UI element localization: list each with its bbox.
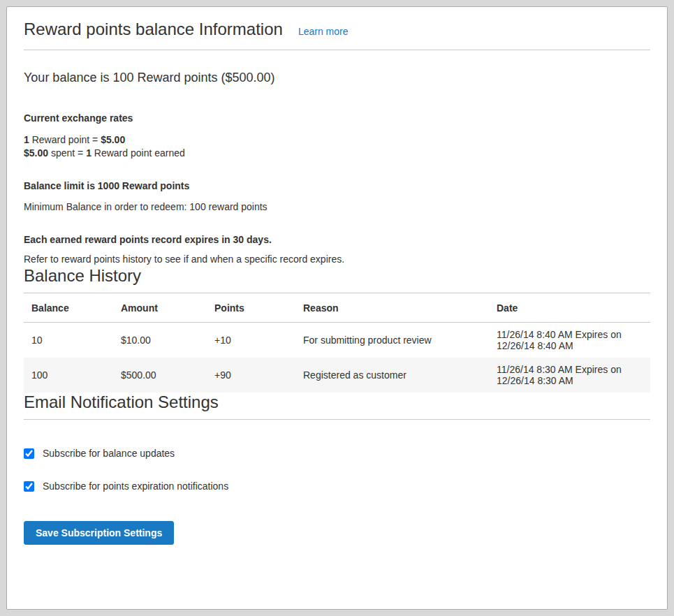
column-header-points: Points xyxy=(207,293,295,323)
exchange-rate-line-2: $5.00 spent = 1 Reward point earned xyxy=(24,147,650,160)
page-header: Reward points balance Information Learn … xyxy=(24,20,650,50)
page-title: Reward points balance Information xyxy=(24,20,283,39)
cell-reason: For submitting product review xyxy=(295,323,489,358)
table-header: Balance Amount Points Reason Date xyxy=(24,293,650,323)
learn-more-link[interactable]: Learn more xyxy=(298,26,349,37)
cell-points: +90 xyxy=(207,358,295,393)
balance-updates-label[interactable]: Subscribe for balance updates xyxy=(43,448,175,459)
exchange-rate-text: Reward point = xyxy=(29,134,101,145)
exchange-rate-money-value: $5.00 xyxy=(101,134,125,145)
cell-reason: Registered as customer xyxy=(295,358,489,393)
email-settings-title: Email Notification Settings xyxy=(24,393,650,420)
earn-point-value: 1 xyxy=(86,147,91,159)
cell-balance: 100 xyxy=(24,358,113,393)
minimum-balance-text: Minimum Balance in order to redeem: 100 … xyxy=(24,200,650,214)
column-header-reason: Reason xyxy=(295,293,489,323)
exchange-rate-point-value: 1 xyxy=(24,134,29,145)
balance-history-table: Balance Amount Points Reason Date 10 $10… xyxy=(24,293,650,393)
spend-text: spent = xyxy=(48,147,86,159)
table-header-row: Balance Amount Points Reason Date xyxy=(24,293,650,323)
reward-points-panel: Reward points balance Information Learn … xyxy=(6,6,668,610)
table-row: 10 $10.00 +10 For submitting product rev… xyxy=(24,323,650,358)
balance-summary: Your balance is 100 Reward points ($500.… xyxy=(24,70,650,85)
earn-text: Reward point earned xyxy=(91,147,185,159)
expiration-heading: Each earned reward points record expires… xyxy=(24,233,650,247)
expiration-notifications-label[interactable]: Subscribe for points expiration notifica… xyxy=(43,481,228,492)
cell-date: 11/26/14 8:40 AM Expires on 12/26/14 8:4… xyxy=(489,323,650,358)
column-header-date: Date xyxy=(489,293,650,323)
balance-limit-heading: Balance limit is 1000 Reward points xyxy=(24,179,650,193)
cell-points: +10 xyxy=(207,323,295,358)
cell-amount: $500.00 xyxy=(113,358,207,393)
expiration-notifications-option: Subscribe for points expiration notifica… xyxy=(24,481,650,492)
expiration-note: Refer to reward points history to see if… xyxy=(24,253,650,266)
balance-updates-checkbox[interactable] xyxy=(24,448,34,459)
cell-date: 11/26/14 8:30 AM Expires on 12/26/14 8:3… xyxy=(489,358,650,393)
cell-balance: 10 xyxy=(24,323,113,358)
column-header-balance: Balance xyxy=(24,293,113,323)
spend-money-value: $5.00 xyxy=(24,147,48,159)
balance-history-title: Balance History xyxy=(24,266,650,293)
exchange-rates-heading: Current exchange rates xyxy=(24,112,650,125)
table-row: 100 $500.00 +90 Registered as customer 1… xyxy=(24,358,650,393)
expiration-notifications-checkbox[interactable] xyxy=(24,481,34,492)
exchange-rate-line-1: 1 Reward point = $5.00 xyxy=(24,133,650,147)
cell-amount: $10.00 xyxy=(113,323,207,358)
balance-updates-option: Subscribe for balance updates xyxy=(24,448,650,459)
column-header-amount: Amount xyxy=(113,293,207,323)
save-subscription-settings-button[interactable]: Save Subscription Settings xyxy=(24,521,174,545)
